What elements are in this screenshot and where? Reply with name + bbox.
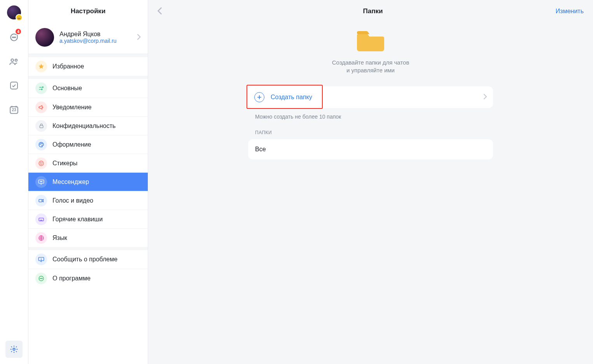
profile-avatar [35,28,54,47]
message-icon [35,176,47,188]
lock-icon [35,120,47,132]
calendar-day: 23 [12,108,16,112]
plus-circle-icon [254,92,264,102]
chats-badge: 4 [15,28,22,35]
rail-settings-button[interactable] [5,341,23,358]
sidebar-item-label: Уведомление [52,104,91,111]
profile-row[interactable]: Андрей Яцков a.yatskov@corp.mail.ru [28,23,148,54]
main-header: Папки Изменить [148,0,593,23]
sidebar-item-notifications[interactable]: Уведомление [28,98,148,116]
sidebar-item-language[interactable]: Язык [28,228,148,247]
chevron-left-icon [157,7,162,15]
svg-point-19 [42,181,42,182]
sidebar-title: Настройки [28,0,148,23]
folders-section-header: ПАПКИ [255,130,493,135]
profile-name: Андрей Яцков [59,31,137,38]
svg-point-27 [42,278,42,278]
sidebar-item-label: Горячие клавиши [52,216,103,223]
page-title: Папки [162,7,584,15]
check-square-icon [9,81,19,90]
sidebar-item-label: Основные [52,85,82,92]
sidebar-item-label: Стикеры [52,160,77,167]
sidebar-item-label: Оформление [52,141,91,148]
create-folder-label: Создать папку [271,94,483,101]
menu-group: Избранное [28,57,148,76]
folder-icon [357,29,384,52]
svg-point-9 [41,89,42,90]
folder-row[interactable]: Все [248,139,493,159]
svg-rect-20 [39,199,42,202]
create-hint: Можно создать не более 10 папок [255,114,491,120]
sidebar-item-report[interactable]: Сообщить о проблеме [28,250,148,269]
svg-rect-5 [10,82,17,89]
svg-point-3 [11,59,14,62]
svg-point-23 [41,260,41,260]
svg-point-8 [42,87,44,88]
svg-point-11 [40,144,40,144]
svg-point-0 [12,37,13,38]
profile-email: a.yatskov@corp.mail.ru [59,38,137,44]
sidebar-item-appearance[interactable]: Оформление [28,135,148,154]
sidebar-item-privacy[interactable]: Конфиденциальность [28,116,148,135]
svg-point-13 [42,144,42,144]
sidebar-item-label: Избранное [52,63,84,70]
svg-point-12 [41,143,41,144]
svg-point-15 [40,163,40,163]
sidebar-item-label: Язык [52,234,67,242]
nav-rail: 😀 4 23 [0,0,28,364]
rail-contacts[interactable] [6,54,22,69]
svg-point-1 [14,37,14,38]
svg-point-16 [42,163,42,163]
globe-icon [35,232,47,244]
rail-avatar[interactable]: 😀 [7,5,21,19]
sidebar-item-general[interactable]: Основные [28,79,148,98]
edit-button[interactable]: Изменить [556,8,584,15]
menu-group: Сообщить о проблеме О программе [28,250,148,287]
svg-point-25 [40,278,40,278]
hero-line2: и управляйте ими [346,67,395,74]
smile-icon [35,158,47,169]
chevron-right-icon [483,94,487,101]
sidebar-item-favorites[interactable]: Избранное [28,57,148,76]
sidebar-item-label: Конфиденциальность [52,122,115,130]
megaphone-icon [35,102,47,113]
status-emoji-icon: 😀 [16,14,23,21]
sidebar-item-stickers[interactable]: Стикеры [28,154,148,172]
svg-rect-10 [40,126,43,128]
hero-line1: Создавайте папки для чатов [332,59,409,66]
palette-icon [35,139,47,150]
sidebar-item-label: Мессенджер [52,178,89,186]
svg-point-17 [40,181,40,182]
keyboard-icon [35,214,47,225]
sliders-icon [35,82,47,94]
rail-tasks[interactable] [6,78,22,93]
gear-icon [10,345,18,354]
people-icon [9,56,19,66]
hero: Создавайте папки для чатов и управляйте … [332,29,409,75]
sidebar-item-messenger[interactable]: Мессенджер [28,172,148,191]
sidebar-item-label: Сообщить о проблеме [52,256,117,263]
svg-rect-21 [39,218,44,220]
settings-sidebar: Настройки Андрей Яцков a.yatskov@corp.ma… [28,0,148,364]
rail-chats[interactable]: 4 [6,30,22,45]
rail-calendar[interactable]: 23 [6,102,22,117]
chevron-right-icon [137,34,141,41]
sidebar-item-label: Голос и видео [52,197,93,204]
sidebar-item-hotkeys[interactable]: Горячие клавиши [28,210,148,228]
sidebar-item-about[interactable]: О программе [28,269,148,287]
create-folder-button[interactable]: Создать папку [248,86,493,108]
svg-point-7 [13,348,15,350]
svg-point-18 [41,181,41,182]
svg-point-26 [41,278,41,278]
info-icon [35,273,47,284]
alert-icon [35,254,47,265]
menu-group: Основные Уведомление Конфиденциальность … [28,79,148,247]
folder-name: Все [255,146,266,153]
back-button[interactable] [157,7,162,16]
video-icon [35,195,47,206]
sidebar-item-voice-video[interactable]: Голос и видео [28,191,148,210]
svg-point-2 [15,37,16,38]
star-icon [35,61,47,72]
main-pane: Папки Изменить Создавайте папки для чато… [148,0,593,364]
svg-point-14 [39,161,44,166]
